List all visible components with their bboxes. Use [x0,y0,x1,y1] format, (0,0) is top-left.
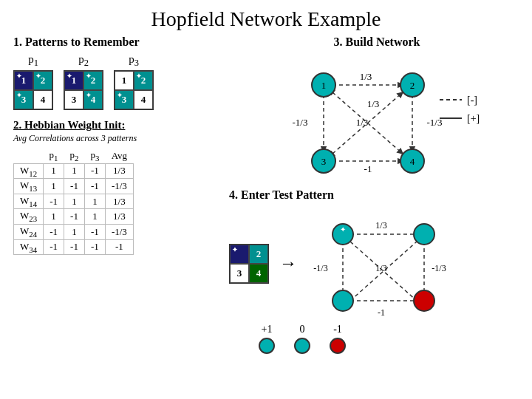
w24-p1: -1 [44,224,64,239]
avg-corr-label: Avg Correlations across 3 patterns [13,133,214,144]
cell-p3-2: ✦2 [134,71,153,90]
output-plus1: +1 [259,324,275,354]
cell-p2-3: 3 [64,90,83,109]
svg-text:1/3: 1/3 [367,98,380,109]
output-minus1: -1 [330,324,346,354]
w14-avg: 1/3 [105,194,133,209]
svg-text:-1/3: -1/3 [432,263,446,273]
cell-p3-1: 1 [115,71,134,90]
svg-text:[-]: [-] [467,95,477,106]
svg-text:3: 3 [321,156,327,167]
table-row: W23 1 -1 1 1/3 [14,209,134,225]
cell-p1-4: 4 [33,90,52,109]
pattern-2-label: p2 [78,53,89,69]
pattern-2-grid: ✦1 ✦2 3 ✦4 [64,70,103,110]
col-weight [14,149,44,163]
w34-avg: -1 [105,239,133,255]
page-title: Hopfield Network Example [0,0,532,35]
w13-p3: -1 [84,179,105,194]
w14-p3: 1 [84,194,105,209]
w12-p3: -1 [84,163,105,179]
table-row: W14 -1 1 1 1/3 [14,194,134,209]
pattern-2: p2 ✦1 ✦2 3 ✦4 [64,53,103,110]
test-network-diagram: 1/3 -1/3 -1/3 1/3 -1 ✦ [307,206,455,321]
col-p2: p2 [64,149,85,163]
w23-p1: 1 [44,209,64,225]
w-label: W23 [14,209,44,225]
w14-p1: -1 [44,194,64,209]
w24-p3: -1 [84,224,105,239]
test-cell-3: 3 [230,264,249,283]
section1-title: 1. Patterns to Remember [13,35,214,49]
test-section: 4. Enter Test Pattern ✦ 2 3 4 → [229,188,525,354]
w-label: W13 [14,179,44,194]
w34-p1: -1 [44,239,64,255]
svg-text:[+]: [+] [467,113,480,124]
table-row: W24 -1 1 -1 -1/3 [14,224,134,239]
output-zero: 0 [294,324,310,354]
svg-text:1/3: 1/3 [356,117,369,128]
svg-text:2: 2 [410,80,415,91]
col-p1: p1 [44,149,64,163]
cell-p3-4: 4 [134,90,153,109]
svg-text:4: 4 [410,156,415,167]
w13-p1: 1 [44,179,64,194]
test-pattern-grid: ✦ 2 3 4 [229,244,269,284]
table-row: W13 1 -1 -1 -1/3 [14,179,134,194]
network-diagram: 1/3 1/3 -1 -1/3 -1/3 [273,52,480,181]
cell-p2-4: ✦4 [83,90,103,109]
w13-p2: -1 [64,179,85,194]
cell-p3-3: ✦3 [115,90,134,109]
build-section: 3. Build Network 1/3 1/3 -1 [229,35,525,181]
w14-p2: 1 [64,194,85,209]
svg-text:-1: -1 [364,163,372,174]
cell-p2-1: ✦1 [64,71,83,90]
w-label: W24 [14,224,44,239]
svg-text:1/3: 1/3 [375,220,386,231]
cell-p2-2: ✦2 [83,71,103,90]
svg-text:-1/3: -1/3 [313,263,327,273]
pattern-3-grid: 1 ✦2 ✦3 4 [114,70,154,110]
w23-avg: 1/3 [105,209,133,225]
test-cell-2: 2 [249,245,268,264]
build-title: 3. Build Network [229,35,525,49]
weight-table: p1 p2 p3 Avg W12 1 1 -1 1/3 W13 1 -1 [13,149,134,255]
w23-p2: -1 [64,209,85,225]
col-p3: p3 [84,149,105,163]
svg-point-37 [332,290,353,311]
test-title: 4. Enter Test Pattern [229,188,525,202]
w-label: W12 [14,163,44,179]
w-label: W34 [14,239,44,255]
w12-avg: 1/3 [105,163,133,179]
table-row: W12 1 1 -1 1/3 [14,163,134,179]
cell-p1-2: ✦2 [33,71,52,90]
svg-text:1/3: 1/3 [360,71,372,82]
table-row: W34 -1 -1 -1 -1 [14,239,134,255]
arrow-right: → [279,253,297,273]
w24-avg: -1/3 [105,224,133,239]
svg-text:✦: ✦ [340,225,346,233]
test-cell-1: ✦ [230,245,249,264]
section2-title: 2. Hebbian Weight Init: [13,119,214,132]
w24-p2: 1 [64,224,85,239]
svg-text:1: 1 [321,80,327,91]
w34-p3: -1 [84,239,105,255]
pattern-1-grid: ✦1 ✦2 ✦3 4 [13,70,53,110]
pattern-1: p1 ✦1 ✦2 ✦3 4 [13,53,53,110]
cell-p1-3: ✦3 [14,90,33,109]
pattern-3-label: p3 [129,53,139,69]
w-label: W14 [14,194,44,209]
w23-p3: 1 [84,209,105,225]
pattern-3: p3 1 ✦2 ✦3 4 [114,53,154,110]
pattern-1-label: p1 [28,53,38,69]
w12-p1: 1 [44,163,64,179]
cell-p1-1: ✦1 [14,71,33,90]
svg-text:-1/3: -1/3 [293,117,308,128]
col-avg: Avg [105,149,133,163]
svg-point-38 [414,290,434,311]
w34-p2: -1 [64,239,85,255]
svg-text:1/3: 1/3 [375,263,386,273]
svg-point-36 [414,224,434,245]
svg-text:-1: -1 [378,307,385,318]
w12-p2: 1 [64,163,85,179]
